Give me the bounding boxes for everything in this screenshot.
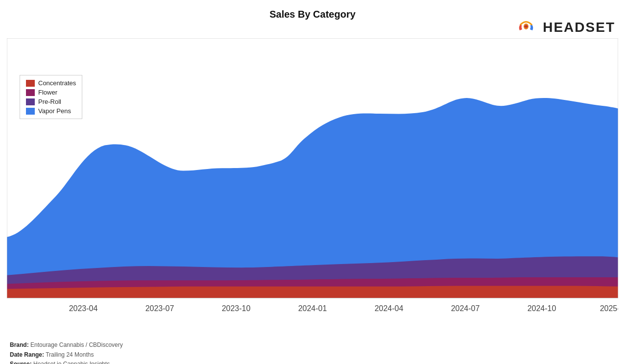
svg-text:2024-07: 2024-07 [451,303,480,312]
flower-label: Flower [38,89,57,96]
page-container: HEADSET Sales By Category Concentrates F… [0,9,625,364]
stacked-area-chart: 2023-04 2023-07 2023-10 2024-01 2024-04 … [7,38,618,329]
chart-area: Concentrates Flower Pre-Roll Vapor Pens [7,38,618,329]
concentrates-swatch [26,80,35,87]
svg-text:2023-10: 2023-10 [222,303,251,312]
headset-logo-icon [513,15,539,40]
brand-value: Entourage Cannabis / CBDiscovery [30,341,123,348]
brand-label: Brand: [10,341,29,348]
svg-text:2025-01: 2025-01 [600,303,618,312]
legend-item-vaporpens: Vapor Pens [26,107,76,115]
vaporpens-label: Vapor Pens [38,107,71,115]
svg-text:2024-01: 2024-01 [298,303,327,312]
concentrates-label: Concentrates [38,79,76,87]
svg-text:2023-07: 2023-07 [145,303,174,312]
daterange-label: Date Range: [10,351,44,358]
footer-brand: Brand: Entourage Cannabis / CBDiscovery [10,340,123,350]
chart-legend: Concentrates Flower Pre-Roll Vapor Pens [20,75,82,119]
header-logo: HEADSET [513,15,615,40]
daterange-value: Trailing 24 Months [46,351,94,358]
source-label: Source: [10,361,32,364]
vaporpens-swatch [26,108,35,115]
preroll-label: Pre-Roll [38,98,61,105]
legend-item-concentrates: Concentrates [26,79,76,87]
svg-text:2024-10: 2024-10 [528,303,556,312]
flower-swatch [26,89,35,96]
footer-daterange: Date Range: Trailing 24 Months [10,350,123,360]
footer-source: Source: Headset.io Cannabis Insights [10,360,123,364]
preroll-swatch [26,98,35,105]
svg-text:2024-04: 2024-04 [375,303,404,312]
legend-item-preroll: Pre-Roll [26,98,76,105]
source-value: Headset.io Cannabis Insights [33,361,110,364]
svg-text:2023-04: 2023-04 [69,303,98,312]
logo-text: HEADSET [543,20,615,35]
footer-info: Brand: Entourage Cannabis / CBDiscovery … [10,340,123,364]
legend-item-flower: Flower [26,89,76,96]
